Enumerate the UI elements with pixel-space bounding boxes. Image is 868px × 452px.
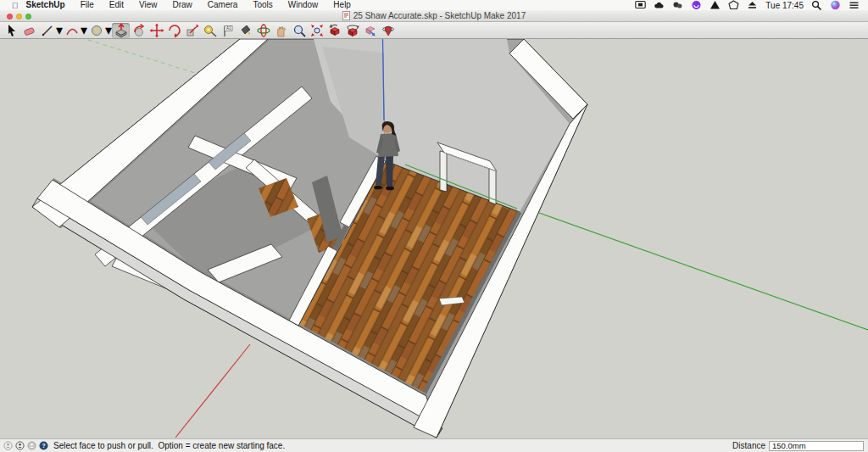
tool-position-camera[interactable] [361, 23, 379, 38]
tool-zoom[interactable] [290, 23, 308, 38]
credit-icon[interactable] [15, 441, 25, 450]
tool-move[interactable] [147, 23, 165, 38]
svg-text:A1: A1 [226, 26, 231, 31]
tool-follow-me[interactable] [130, 23, 147, 38]
tool-shapes[interactable] [87, 23, 105, 38]
measurement-label: Distance [732, 441, 765, 450]
menu-file[interactable]: File [73, 0, 102, 9]
menu-view[interactable]: View [131, 0, 165, 9]
eject-icon[interactable] [747, 0, 758, 10]
menu-tools[interactable]: Tools [245, 0, 280, 9]
tool-push-pull[interactable] [112, 23, 130, 38]
viewport-3d[interactable] [0, 39, 868, 438]
minimize-button[interactable] [16, 14, 22, 20]
window-title-bar: 25 Shaw Accurate.skp - SketchUp Make 201… [0, 10, 868, 22]
menu-sketchup[interactable]: SketchUp [19, 0, 73, 9]
app-purple-icon[interactable] [691, 0, 702, 10]
tool-line[interactable] [38, 23, 56, 38]
tool-text[interactable]: A1 [219, 23, 236, 38]
apple-menu-icon[interactable]:  [12, 1, 19, 10]
notification-center-icon[interactable] [849, 0, 860, 10]
svg-text:?: ? [42, 443, 45, 449]
status-hint: Select face to push or pull. Option = cr… [53, 441, 285, 450]
document-icon [342, 11, 350, 20]
tool-next-view[interactable] [343, 23, 361, 38]
tool-rotate[interactable] [165, 23, 183, 38]
tool-line-dropdown[interactable]: ▾ [56, 22, 63, 38]
spotlight-icon[interactable] [811, 0, 822, 10]
tool-eraser[interactable] [20, 23, 38, 38]
tool-previous-view[interactable] [326, 23, 343, 38]
app-dark-icon[interactable] [672, 0, 683, 10]
zoom-window-button[interactable] [25, 14, 31, 20]
tool-look-around[interactable] [379, 23, 397, 38]
menu-camera[interactable]: Camera [200, 0, 246, 9]
tool-orbit[interactable] [254, 23, 272, 38]
window-title: 25 Shaw Accurate.skp - SketchUp Make 201… [353, 11, 526, 20]
tool-zoom-extents[interactable] [308, 23, 326, 38]
menu-bar:  SketchUpFileEditViewDrawCameraToolsWin… [0, 0, 868, 10]
triangle-icon[interactable] [709, 0, 721, 10]
cloud-icon[interactable] [654, 0, 665, 10]
airdrop-icon[interactable] [728, 0, 739, 10]
tool-scale[interactable] [183, 23, 201, 38]
geolocation-icon[interactable] [3, 441, 13, 450]
tool-arc-dropdown[interactable]: ▾ [81, 22, 87, 38]
tool-tape-measure[interactable] [201, 23, 219, 38]
tool-paint-bucket[interactable] [236, 23, 254, 38]
status-bar: ? Select face to push or pull. Option = … [0, 438, 868, 452]
signin-icon[interactable] [27, 441, 36, 450]
display-icon[interactable] [635, 0, 646, 10]
menu-help[interactable]: Help [326, 0, 359, 9]
siri-icon[interactable] [830, 0, 841, 10]
menu-bar-clock: Tue 17:45 [765, 1, 804, 10]
tool-pan[interactable] [272, 23, 290, 38]
tool-arc[interactable] [63, 23, 81, 38]
menu-window[interactable]: Window [281, 0, 326, 9]
menu-edit[interactable]: Edit [102, 0, 131, 9]
tool-select[interactable] [3, 23, 20, 38]
measurement-input[interactable] [769, 441, 864, 451]
toolbar: ▾▾▾A1 [0, 22, 868, 39]
menu-draw[interactable]: Draw [164, 0, 199, 9]
close-button[interactable] [7, 14, 13, 20]
tool-shapes-dropdown[interactable]: ▾ [105, 22, 112, 38]
help-icon[interactable]: ? [39, 441, 48, 450]
